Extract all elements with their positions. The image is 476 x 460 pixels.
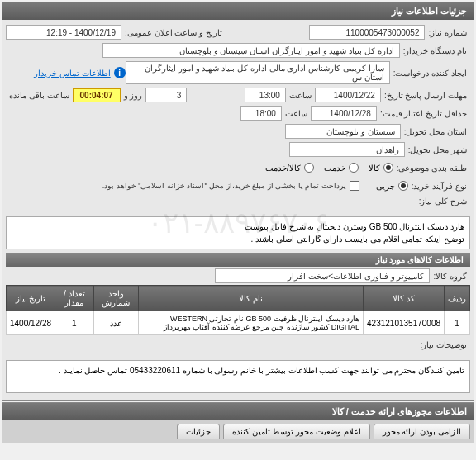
radio-icon bbox=[398, 181, 408, 191]
radio-icon bbox=[349, 163, 359, 173]
creator-field: سارا کریمی کارشناس اداری مالی اداره کل ب… bbox=[126, 61, 390, 84]
days-label: روز و bbox=[121, 91, 146, 100]
cell-date: 1400/12/28 bbox=[7, 311, 55, 335]
radio-partial-label: جزیی bbox=[376, 182, 395, 191]
need-no-field: 1100005473000052 bbox=[309, 25, 425, 40]
notes-box: تامین کنندگان محترم می توانند جهت کسب اط… bbox=[6, 360, 470, 393]
notes-label: توضیحات نیاز: bbox=[416, 340, 470, 349]
goods-info-header: اطلاعات کالاهای مورد نیاز bbox=[6, 253, 470, 267]
city-label: شهر محل تحویل: bbox=[405, 145, 470, 154]
col-date: تاریخ نیاز bbox=[7, 286, 55, 311]
province-label: استان محل تحویل: bbox=[401, 127, 470, 136]
radio-both-label: کالا/خدمت bbox=[265, 164, 301, 173]
need-details-header: جزئیات اطلاعات نیاز bbox=[2, 2, 474, 20]
col-code: کد کالا bbox=[364, 286, 445, 311]
table-header-row: ردیف کد کالا نام کالا واحد شمارش تعداد /… bbox=[7, 286, 470, 311]
radio-goods[interactable]: کالا bbox=[369, 163, 393, 173]
checkbox-text: پرداخت تمام یا بخشی از مبلغ خرید،از محل … bbox=[99, 182, 350, 190]
deadline-label: مهلت ارسال پاسخ تاریخ: bbox=[381, 91, 470, 100]
countdown-timer: 00:04:07 bbox=[73, 88, 121, 102]
province-field: سیستان و بلوچستان bbox=[285, 124, 401, 139]
process-label: نوع فرآیند خرید: bbox=[408, 182, 470, 191]
licenses-header: اطلاعات مجوزهای ارائه خدمت / کالا bbox=[2, 403, 474, 420]
radio-service[interactable]: خدمت bbox=[324, 163, 359, 173]
cell-name: هارد دیسک اینترنال ظرفیت GB 500 نام تجار… bbox=[138, 311, 363, 335]
tab-supplier-status[interactable]: اعلام وضعیت محور توسط تامین کننده bbox=[223, 424, 370, 439]
min-valid-date-field: 1400/12/28 bbox=[311, 106, 377, 121]
days-field: 3 bbox=[145, 88, 187, 102]
group-field: کامپیوتر و فناوری اطلاعات>سخت افزار bbox=[215, 268, 430, 283]
table-row[interactable]: 1 4231210135170008 هارد دیسک اینترنال ظر… bbox=[7, 311, 470, 335]
min-valid-time-field: 18:00 bbox=[240, 106, 282, 121]
col-row: ردیف bbox=[445, 286, 470, 311]
radio-service-label: خدمت bbox=[324, 164, 345, 173]
creator-label: ایجاد کننده درخواست: bbox=[390, 69, 470, 78]
col-qty: تعداد / مقدار bbox=[55, 286, 94, 311]
radio-goods-label: کالا bbox=[369, 164, 380, 173]
announce-label: تاریخ و ساعت اعلان عمومی: bbox=[121, 28, 226, 37]
radio-icon bbox=[304, 163, 314, 173]
min-valid-label: حداقل تاریخ اعتبار قیمت: bbox=[377, 109, 470, 118]
tab-mandatory[interactable]: الزامی بودن ارائه محور bbox=[374, 424, 470, 439]
goods-table: ردیف کد کالا نام کالا واحد شمارش تعداد /… bbox=[6, 285, 470, 335]
deadline-date-field: 1400/12/22 bbox=[315, 88, 381, 102]
desc-label: شرح کلی نیاز: bbox=[416, 197, 470, 206]
tabs-bar: الزامی بودن ارائه محور اعلام وضعیت محور … bbox=[2, 420, 474, 443]
buyer-label: نام دستگاه خریدار: bbox=[400, 46, 470, 55]
col-unit: واحد شمارش bbox=[93, 286, 138, 311]
radio-icon bbox=[383, 163, 393, 173]
need-description-box: هارد دیسک اینترنال GB 500 وسترن دیجیتال … bbox=[6, 216, 470, 249]
city-field: زاهدان bbox=[289, 142, 405, 157]
cell-code: 4231210135170008 bbox=[364, 311, 445, 335]
cell-qty: 1 bbox=[55, 311, 94, 335]
group-label: گروه کالا: bbox=[430, 272, 470, 281]
buyer-contact-link[interactable]: اطلاعات تماس خریدار bbox=[31, 69, 114, 78]
announce-field: 1400/12/19 - 12:19 bbox=[6, 25, 121, 40]
category-radio-group: کالا خدمت کالا/خدمت bbox=[265, 163, 393, 173]
need-no-label: شماره نیاز: bbox=[425, 28, 470, 37]
process-radio-group: جزیی bbox=[376, 181, 408, 191]
cell-n: 1 bbox=[445, 311, 470, 335]
licenses-panel: اطلاعات مجوزهای ارائه خدمت / کالا الزامی… bbox=[2, 402, 474, 443]
info-icon[interactable]: i bbox=[114, 67, 126, 78]
time-label-2: ساعت bbox=[282, 109, 311, 118]
radio-both[interactable]: کالا/خدمت bbox=[265, 163, 314, 173]
buyer-field: اداره کل بنیاد شهید و امور ایثارگران است… bbox=[102, 43, 400, 58]
remaining-label: ساعت باقی مانده bbox=[6, 91, 73, 100]
treasury-checkbox[interactable] bbox=[350, 181, 359, 191]
cell-unit: عدد bbox=[93, 311, 138, 335]
radio-partial[interactable]: جزیی bbox=[376, 181, 408, 191]
budget-label: طبقه بندی موضوعی: bbox=[393, 164, 470, 173]
time-label-1: ساعت bbox=[286, 91, 315, 100]
need-details-panel: جزئیات اطلاعات نیاز شماره نیاز: 11000054… bbox=[2, 2, 474, 401]
deadline-time-field: 13:00 bbox=[245, 88, 286, 102]
col-name: نام کالا bbox=[138, 286, 363, 311]
tab-details[interactable]: جزئیات bbox=[177, 424, 220, 439]
